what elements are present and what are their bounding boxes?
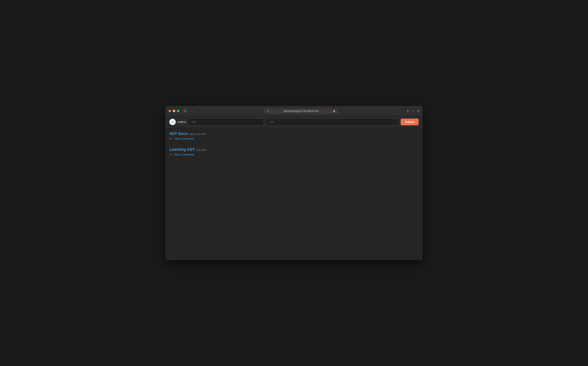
sidebar-icon-bar: [183, 110, 187, 110]
share-button[interactable]: ⬆: [407, 109, 409, 113]
logo-circle: 🔗: [169, 119, 176, 125]
link-title[interactable]: SST Docs: [169, 131, 188, 136]
link-meta: 1 • View Comments: [169, 153, 419, 156]
maximize-button[interactable]: [177, 110, 180, 112]
app-content: 🔗 LINKS Submit SST Docs (docs.sst.dev) 0…: [165, 116, 423, 260]
view-comments-link[interactable]: View Comments: [174, 137, 195, 140]
link-meta: 0 • View Comments: [169, 137, 419, 140]
comment-count: 1: [169, 153, 171, 156]
tabs-button[interactable]: ⧉: [417, 109, 419, 113]
sidebar-icon-bar: [183, 112, 187, 112]
view-comments-link[interactable]: View Comments: [174, 153, 195, 156]
sidebar-icon: [183, 110, 187, 113]
browser-window: ⌄ ‹ 🖥 deysxbhgwgq14.cloudfront.net 🔒 ⬆ +…: [165, 106, 423, 260]
link-title[interactable]: Learning SST: [169, 147, 195, 152]
page-icon: 🖥: [267, 110, 269, 113]
minimize-button[interactable]: [173, 110, 175, 112]
address-bar[interactable]: 🖥 deysxbhgwgq14.cloudfront.net 🔒: [264, 108, 339, 114]
toolbar-actions: ⬆ + ⧉: [407, 109, 419, 113]
app-header: 🔗 LINKS Submit: [165, 116, 423, 128]
submit-button[interactable]: Submit: [401, 119, 419, 125]
lock-icon: 🔒: [333, 110, 336, 112]
app-title: LINKS: [177, 121, 186, 123]
chevron-down-icon: ⌄: [188, 110, 189, 112]
traffic-lights: [169, 110, 180, 112]
list-item: Learning SST (sst.dev) 1 • View Comments: [165, 144, 423, 160]
close-button[interactable]: [169, 110, 171, 112]
link-title-row: SST Docs (docs.sst.dev): [169, 131, 419, 136]
title-input[interactable]: [188, 119, 264, 125]
link-title-row: Learning SST (sst.dev): [169, 147, 419, 152]
back-button[interactable]: ‹: [192, 108, 196, 114]
link-domain: (docs.sst.dev): [189, 132, 206, 136]
list-item: SST Docs (docs.sst.dev) 0 • View Comment…: [165, 128, 423, 144]
sidebar-toggle[interactable]: ⌄: [183, 110, 189, 113]
link-domain: (sst.dev): [196, 148, 207, 151]
sidebar-icon-bar: [183, 111, 186, 111]
comment-count: 0: [169, 137, 171, 140]
logo-container: 🔗 LINKS: [169, 119, 186, 125]
url-input[interactable]: [266, 119, 398, 125]
new-tab-button[interactable]: +: [412, 109, 414, 113]
meta-dot: •: [172, 153, 173, 156]
address-bar-container: 🖥 deysxbhgwgq14.cloudfront.net 🔒: [198, 108, 404, 114]
link-logo-icon: 🔗: [171, 120, 174, 123]
links-list: SST Docs (docs.sst.dev) 0 • View Comment…: [165, 128, 423, 260]
title-bar: ⌄ ‹ 🖥 deysxbhgwgq14.cloudfront.net 🔒 ⬆ +…: [165, 106, 423, 116]
url-display: deysxbhgwgq14.cloudfront.net: [271, 109, 331, 113]
meta-dot: •: [172, 137, 173, 140]
